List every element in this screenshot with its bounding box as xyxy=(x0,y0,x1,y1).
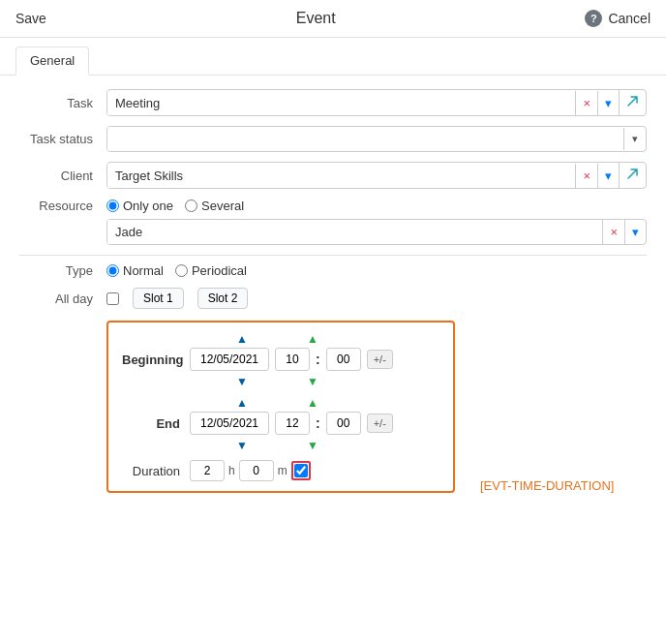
divider-1 xyxy=(19,255,647,256)
duration-checkbox-wrap xyxy=(291,461,311,480)
resource-value-input[interactable] xyxy=(107,220,602,244)
end-fields: : +/- xyxy=(190,412,393,435)
duration-hours-input[interactable] xyxy=(190,460,225,481)
beginning-min-input[interactable] xyxy=(326,348,361,371)
beginning-pm-button[interactable]: +/- xyxy=(367,350,393,369)
type-periodical-option[interactable]: Periodical xyxy=(175,263,247,278)
resource-clear-button[interactable]: × xyxy=(602,220,624,244)
end-date-input[interactable] xyxy=(190,412,269,435)
cancel-button[interactable]: Cancel xyxy=(608,11,651,26)
type-label: Type xyxy=(19,263,106,278)
beginning-date-up-button[interactable]: ▲ xyxy=(233,332,251,346)
allday-label: All day xyxy=(19,291,106,306)
duration-checkbox[interactable] xyxy=(294,464,308,477)
resource-only-one-option[interactable]: Only one xyxy=(106,199,173,213)
slot1-button[interactable]: Slot 1 xyxy=(133,288,184,309)
duration-row: Duration h m xyxy=(122,460,439,481)
duration-label: Duration xyxy=(122,464,190,478)
end-hour-input[interactable] xyxy=(275,412,310,435)
page-title: Event xyxy=(296,10,336,27)
type-control: Normal Periodical xyxy=(106,263,647,278)
end-date-down-button[interactable]: ▼ xyxy=(233,439,251,452)
client-input[interactable] xyxy=(107,164,575,188)
tabs-bar: General xyxy=(0,38,666,76)
beginning-date-input[interactable] xyxy=(190,348,269,371)
type-normal-radio[interactable] xyxy=(106,264,119,277)
end-hour-down-button[interactable]: ▼ xyxy=(304,439,321,452)
task-input[interactable] xyxy=(107,91,575,115)
allday-control: Slot 1 Slot 2 xyxy=(106,288,647,309)
resource-only-one-label: Only one xyxy=(123,199,173,213)
task-clear-button[interactable]: × xyxy=(575,91,597,115)
resource-label: Resource xyxy=(19,199,106,213)
client-label: Client xyxy=(19,169,106,183)
end-colon: : xyxy=(316,415,320,431)
resource-radio-group: Only one Several xyxy=(106,199,647,213)
beginning-hour-input[interactable] xyxy=(275,348,310,371)
duration-min-unit: m xyxy=(278,464,288,477)
client-input-group: × ▾ xyxy=(106,162,647,189)
client-link-button[interactable] xyxy=(619,163,646,188)
evt-time-duration-tag: [EVT-TIME-DURATION] xyxy=(480,478,614,493)
end-min-input[interactable] xyxy=(326,412,361,435)
duration-hours-unit: h xyxy=(228,464,235,477)
task-status-dropdown-icon[interactable]: ▾ xyxy=(623,128,646,150)
type-normal-option[interactable]: Normal xyxy=(106,263,164,278)
resource-value-group: × ▾ xyxy=(106,219,647,245)
form-body: Task × ▾ Task status ▾ Client xyxy=(0,76,666,516)
task-input-group: × ▾ xyxy=(106,89,647,116)
task-status-select-wrap: ▾ xyxy=(106,126,647,152)
task-dropdown-button[interactable]: ▾ xyxy=(597,91,619,115)
beginning-fields: : +/- xyxy=(190,348,393,371)
beginning-section: Beginning : +/- xyxy=(122,348,439,371)
end-date-up-button[interactable]: ▲ xyxy=(233,396,251,410)
end-label: End xyxy=(122,416,190,431)
allday-checkbox[interactable] xyxy=(106,292,119,305)
beginning-hour-up-button[interactable]: ▲ xyxy=(304,332,321,346)
type-normal-label: Normal xyxy=(123,263,164,278)
task-status-row: Task status ▾ xyxy=(19,126,647,152)
beginning-colon: : xyxy=(316,352,320,367)
end-pm-button[interactable]: +/- xyxy=(367,414,393,433)
save-button[interactable]: Save xyxy=(15,11,46,26)
task-control: × ▾ xyxy=(106,89,647,116)
resource-dropdown-button[interactable]: ▾ xyxy=(624,220,646,244)
type-periodical-radio[interactable] xyxy=(175,264,188,277)
task-status-input[interactable] xyxy=(107,127,623,151)
client-clear-button[interactable]: × xyxy=(575,164,597,188)
task-status-label: Task status xyxy=(19,132,106,146)
help-icon: ? xyxy=(585,10,602,27)
type-periodical-label: Periodical xyxy=(192,263,247,278)
task-row: Task × ▾ xyxy=(19,89,647,116)
slot2-button[interactable]: Slot 2 xyxy=(197,288,249,309)
end-section: End : +/- xyxy=(122,412,439,435)
duration-fields: h m xyxy=(190,460,311,481)
end-hour-up-button[interactable]: ▲ xyxy=(304,396,321,410)
datetime-box: ▲ ▲ Beginning : +/- ▼ xyxy=(106,321,455,493)
task-label: Task xyxy=(19,96,106,110)
client-control: × ▾ xyxy=(106,162,647,189)
resource-control: Only one Several × ▾ xyxy=(106,199,647,245)
beginning-date-down-button[interactable]: ▼ xyxy=(233,375,251,388)
client-dropdown-button[interactable]: ▾ xyxy=(597,164,619,188)
task-status-control: ▾ xyxy=(106,126,647,152)
header: Save Event ? Cancel xyxy=(0,0,666,38)
beginning-label: Beginning xyxy=(122,353,190,367)
beginning-hour-down-button[interactable]: ▼ xyxy=(304,375,321,388)
type-row: Type Normal Periodical xyxy=(19,263,647,278)
tab-general[interactable]: General xyxy=(15,46,89,76)
client-row: Client × ▾ xyxy=(19,162,647,189)
resource-several-radio[interactable] xyxy=(185,199,197,212)
resource-only-one-radio[interactable] xyxy=(106,199,119,212)
resource-several-label: Several xyxy=(201,199,244,213)
duration-min-input[interactable] xyxy=(239,460,274,481)
allday-row: All day Slot 1 Slot 2 xyxy=(19,288,647,309)
task-link-button[interactable] xyxy=(619,90,646,115)
resource-several-option[interactable]: Several xyxy=(185,199,244,213)
type-radio-group: Normal Periodical xyxy=(106,263,647,278)
resource-row: Resource Only one Several × ▾ xyxy=(19,199,647,245)
